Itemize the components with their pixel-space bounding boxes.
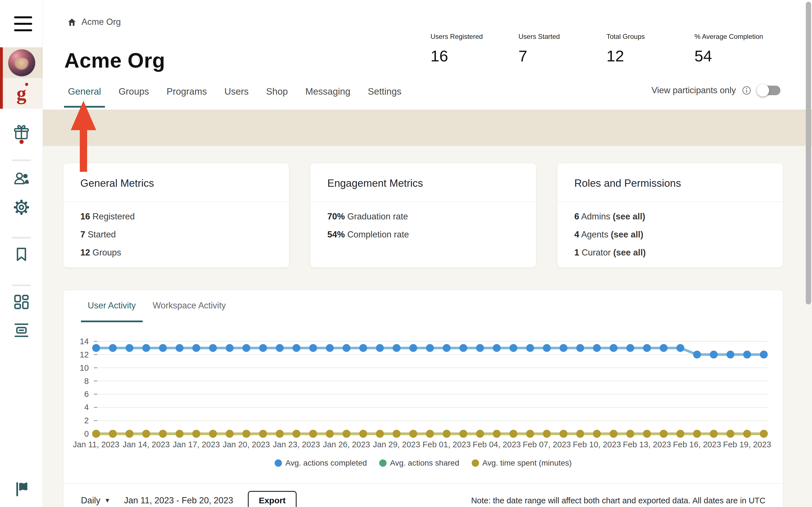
stat-users-registered: Users Registered 16	[430, 33, 518, 65]
sidebar-divider	[12, 237, 31, 238]
role-row: 6 Admins (see all)	[574, 212, 766, 222]
svg-text:0: 0	[84, 429, 89, 438]
metric-row: 70% Graduation rate	[327, 212, 519, 222]
people-icon	[13, 170, 30, 187]
activity-tabs: User Activity Workspace Activity	[63, 290, 783, 322]
tab-shop[interactable]: Shop	[262, 84, 292, 108]
svg-text:6: 6	[84, 390, 89, 399]
metric-row: 7 Started	[80, 230, 272, 240]
activity-chart-card: User Activity Workspace Activity 0246810…	[63, 290, 783, 507]
sidebar-item-profile[interactable]	[0, 47, 43, 78]
svg-text:Feb 01, 2023: Feb 01, 2023	[423, 440, 471, 449]
metric-row: 12 Groups	[80, 247, 272, 258]
chevron-down-icon: ▼	[104, 497, 110, 504]
tab-user-activity[interactable]: User Activity	[81, 300, 143, 322]
participants-toggle[interactable]	[757, 85, 780, 96]
sidebar-item-members[interactable]	[0, 170, 43, 187]
gear-icon	[13, 199, 30, 216]
sidebar-divider	[12, 159, 31, 161]
legend-item: Avg. actions shared	[379, 459, 459, 467]
card-general-metrics: General Metrics 16 Registered 7 Started …	[63, 163, 289, 268]
card-roles-permissions: Roles and Permissions 6 Admins (see all)…	[557, 163, 783, 268]
metric-row: 16 Registered	[80, 212, 272, 222]
legend-dot-time-spent	[472, 459, 479, 467]
hamburger-icon[interactable]	[14, 16, 32, 31]
date-range-picker[interactable]: Jan 11, 2023 - Feb 20, 2023	[124, 496, 233, 506]
svg-text:12: 12	[80, 350, 89, 359]
tab-groups[interactable]: Groups	[114, 84, 153, 108]
sidebar-divider	[12, 284, 31, 286]
legend-item: Avg. actions completed	[274, 459, 367, 467]
tab-settings[interactable]: Settings	[364, 84, 405, 108]
sidebar-item-bookmarks[interactable]	[0, 245, 43, 263]
svg-text:Feb 16, 2023: Feb 16, 2023	[673, 440, 721, 449]
active-indicator-bar	[0, 47, 3, 109]
grid-icon	[13, 293, 30, 311]
svg-text:Jan 20, 2023: Jan 20, 2023	[223, 440, 270, 449]
sidebar-item-rewards[interactable]	[0, 124, 43, 142]
bookmark-icon	[13, 245, 30, 263]
metric-cards: General Metrics 16 Registered 7 Started …	[63, 163, 783, 268]
tab-general[interactable]: General	[64, 84, 105, 108]
svg-text:Jan 11, 2023: Jan 11, 2023	[73, 440, 119, 449]
scrollbar-thumb[interactable]	[806, 2, 811, 304]
stat-users-started: Users Started 7	[518, 33, 606, 65]
view-participants-control: View participants only	[652, 85, 780, 96]
svg-text:2: 2	[84, 416, 89, 425]
flag-icon	[13, 481, 30, 498]
sidebar-item-settings[interactable]	[0, 199, 43, 216]
page-title: Acme Org	[64, 48, 165, 72]
sidebar-item-apps[interactable]	[0, 293, 43, 311]
see-all-agents-link[interactable]: (see all)	[611, 230, 643, 239]
svg-text:Feb 19, 2023: Feb 19, 2023	[723, 440, 771, 449]
footer-note: Note: the date range will affect both ch…	[471, 496, 765, 505]
org-tabs: General Groups Programs Users Shop Messa…	[64, 84, 405, 108]
tab-users[interactable]: Users	[220, 84, 253, 108]
svg-text:10: 10	[80, 363, 89, 372]
metric-row: 54% Completion rate	[327, 230, 519, 240]
stat-total-groups: Total Groups 12	[606, 33, 695, 65]
see-all-admins-link[interactable]: (see all)	[613, 212, 645, 221]
chart-footer: Daily ▼ Jan 11, 2023 - Feb 20, 2023 Expo…	[63, 484, 783, 507]
breadcrumb-label: Acme Org	[82, 17, 121, 27]
info-icon[interactable]	[742, 86, 751, 95]
tab-messaging[interactable]: Messaging	[301, 84, 354, 108]
export-button[interactable]: Export	[248, 491, 297, 507]
legend-dot-completed	[274, 459, 282, 467]
frequency-dropdown[interactable]: Daily ▼	[81, 496, 110, 506]
svg-text:Feb 13, 2023: Feb 13, 2023	[623, 440, 671, 449]
stat-average-completion: % Average Completion 54	[695, 33, 782, 65]
beige-band	[43, 110, 812, 146]
svg-text:Jan 14, 2023: Jan 14, 2023	[123, 440, 170, 449]
chart-legend: Avg. actions completed Avg. actions shar…	[63, 459, 783, 467]
breadcrumb[interactable]: Acme Org	[67, 17, 121, 27]
gift-icon	[13, 124, 30, 142]
tray-icon	[13, 322, 30, 339]
svg-text:8: 8	[84, 377, 89, 386]
tab-workspace-activity[interactable]: Workspace Activity	[146, 300, 233, 322]
sidebar-item-inbox[interactable]	[0, 322, 43, 339]
sidebar: g	[0, 0, 43, 507]
svg-text:Feb 04, 2023: Feb 04, 2023	[472, 440, 521, 449]
svg-text:Feb 10, 2023: Feb 10, 2023	[573, 440, 621, 449]
avatar[interactable]	[8, 49, 35, 76]
tab-programs[interactable]: Programs	[163, 84, 211, 108]
sidebar-item-flags[interactable]	[0, 481, 43, 498]
user-activity-chart: 02468101214Jan 11, 2023Jan 14, 2023Jan 1…	[63, 334, 783, 455]
see-all-curator-link[interactable]: (see all)	[613, 247, 646, 258]
home-icon	[67, 17, 77, 27]
legend-item: Avg. time spent (minutes)	[472, 459, 572, 467]
sidebar-item-org-logo[interactable]: g	[0, 78, 43, 109]
svg-text:Jan 23, 2023: Jan 23, 2023	[273, 440, 320, 449]
notification-dot	[19, 140, 24, 144]
role-row: 4 Agents (see all)	[574, 230, 766, 240]
view-participants-label: View participants only	[652, 86, 736, 96]
svg-text:Feb 07, 2023: Feb 07, 2023	[523, 440, 571, 449]
svg-text:Jan 26, 2023: Jan 26, 2023	[323, 440, 370, 449]
legend-dot-shared	[379, 459, 387, 467]
svg-text:4: 4	[84, 403, 89, 412]
svg-text:Jan 17, 2023: Jan 17, 2023	[172, 440, 220, 449]
svg-text:Jan 29, 2023: Jan 29, 2023	[373, 440, 420, 449]
header-stats: Users Registered 16 Users Started 7 Tota…	[430, 33, 782, 65]
card-engagement-metrics: Engagement Metrics 70% Graduation rate 5…	[310, 163, 536, 268]
